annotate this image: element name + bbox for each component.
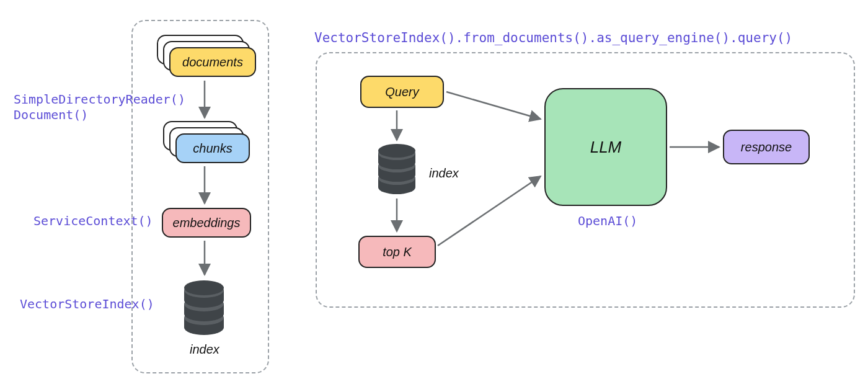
svg-point-9 xyxy=(184,280,224,295)
left-disk-icon xyxy=(184,280,224,335)
arrow-topk-to-llm xyxy=(438,176,541,246)
right-disk-icon xyxy=(378,144,415,194)
arrow-query-to-llm xyxy=(446,92,541,119)
svg-point-19 xyxy=(378,144,415,158)
diagram-svg xyxy=(0,0,868,384)
